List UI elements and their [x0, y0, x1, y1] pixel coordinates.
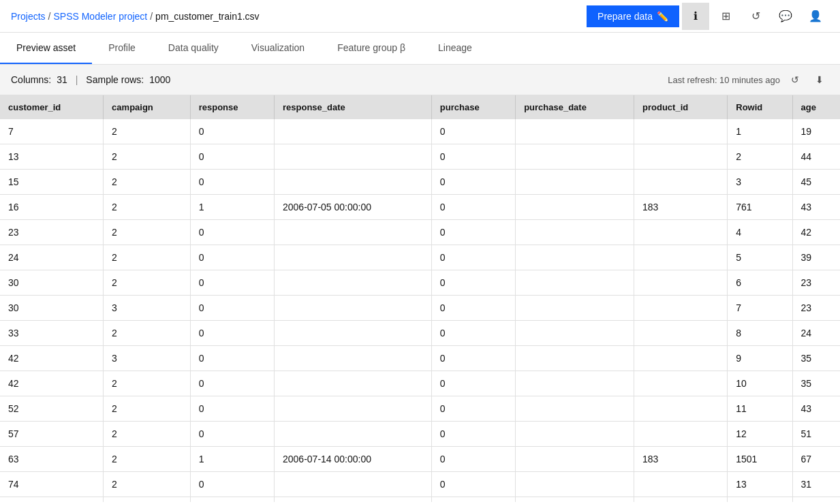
- download-icon: ⬇: [815, 74, 824, 85]
- table-row: 24200539: [0, 245, 840, 270]
- table-cell: 0: [190, 422, 274, 447]
- table-cell: 67: [792, 447, 840, 472]
- tab-lineage[interactable]: Lineage: [422, 33, 488, 64]
- table-cell: 43: [792, 396, 840, 422]
- table-cell: 23: [792, 296, 840, 321]
- history-button[interactable]: ↺: [742, 3, 769, 30]
- table-cell: 74: [0, 472, 104, 497]
- data-table: customer_idcampaignresponseresponse_date…: [0, 95, 840, 502]
- table-cell: 0: [190, 472, 274, 497]
- table-cell: 0: [431, 170, 515, 195]
- data-table-container: customer_idcampaignresponseresponse_date…: [0, 95, 840, 502]
- table-cell: 0: [431, 321, 515, 346]
- table-cell: [275, 119, 432, 144]
- table-cell: [634, 245, 728, 270]
- table-cell: 0: [431, 472, 515, 497]
- table-cell: 0: [190, 119, 274, 144]
- table-cell: 183: [634, 195, 728, 220]
- table-cell: 0: [190, 396, 274, 422]
- table-cell: 0: [431, 220, 515, 245]
- refresh-button[interactable]: ↺: [785, 70, 805, 89]
- table-cell: 761: [728, 195, 792, 220]
- table-cell: 0: [431, 396, 515, 422]
- rows-value: 1000: [149, 74, 170, 85]
- tab-feature-group[interactable]: Feature group β: [321, 33, 422, 64]
- table-cell: [634, 472, 728, 497]
- table-cell: [516, 472, 634, 497]
- tab-data-quality[interactable]: Data quality: [152, 33, 235, 64]
- table-cell: [634, 371, 728, 396]
- download-button[interactable]: ⬇: [810, 70, 829, 89]
- tab-profile[interactable]: Profile: [92, 33, 152, 64]
- table-row: 572001251: [0, 422, 840, 447]
- table-cell: 0: [431, 346, 515, 371]
- refresh-icon: ↺: [791, 74, 799, 85]
- table-cell: 7: [728, 296, 792, 321]
- table-cell: [275, 422, 432, 447]
- table-cell: 7: [0, 119, 104, 144]
- breadcrumb-sep2: /: [150, 11, 153, 22]
- table-cell: 63: [0, 447, 104, 472]
- table-cell: [516, 245, 634, 270]
- table-cell: 0: [431, 422, 515, 447]
- table-cell: [634, 144, 728, 170]
- table-cell: 57: [0, 422, 104, 447]
- table-row: 13200244: [0, 144, 840, 170]
- tab-visualization[interactable]: Visualization: [235, 33, 321, 64]
- table-cell: 33: [0, 321, 104, 346]
- breadcrumb-projects[interactable]: Projects: [11, 11, 46, 22]
- people-button[interactable]: 👤: [802, 3, 829, 30]
- tabs-bar: Preview asset Profile Data quality Visua…: [0, 33, 840, 65]
- table-cell: 24: [792, 321, 840, 346]
- table-cell: [516, 296, 634, 321]
- col-header-age: age: [792, 95, 840, 119]
- table-cell: 1501: [728, 447, 792, 472]
- table-cell: [516, 195, 634, 220]
- table-cell: 44: [792, 144, 840, 170]
- table-cell: 2: [728, 144, 792, 170]
- split-button[interactable]: ⊞: [712, 3, 739, 30]
- table-cell: 9: [728, 346, 792, 371]
- table-cell: 8: [728, 321, 792, 346]
- table-cell: 0: [431, 371, 515, 396]
- table-cell: [275, 220, 432, 245]
- header: Projects / SPSS Modeler project / pm_cus…: [0, 0, 840, 33]
- table-cell: 30: [0, 296, 104, 321]
- table-cell: 2: [104, 195, 191, 220]
- prepare-data-button[interactable]: Prepare data ✏️: [587, 5, 679, 27]
- table-cell: 6: [728, 270, 792, 296]
- table-cell: [275, 371, 432, 396]
- table-cell: 3: [104, 497, 191, 503]
- breadcrumb: Projects / SPSS Modeler project / pm_cus…: [11, 11, 260, 22]
- table-cell: 2: [104, 472, 191, 497]
- rows-label: Sample rows:: [86, 74, 144, 85]
- table-cell: [634, 497, 728, 503]
- table-row: 63212006-07-14 00:00:000183150167: [0, 447, 840, 472]
- breadcrumb-file: pm_customer_train1.csv: [155, 11, 260, 22]
- table-cell: 0: [431, 144, 515, 170]
- table-cell: 74: [0, 497, 104, 503]
- table-cell: [516, 144, 634, 170]
- table-cell: 4: [728, 220, 792, 245]
- table-cell: [516, 220, 634, 245]
- data-toolbar: Columns: 31 | Sample rows: 1000 Last ref…: [0, 65, 840, 95]
- col-header-purchase_date: purchase_date: [516, 95, 634, 119]
- table-row: 422001035: [0, 371, 840, 396]
- breadcrumb-project[interactable]: SPSS Modeler project: [53, 11, 147, 22]
- table-cell: 0: [431, 270, 515, 296]
- table-cell: 1: [190, 447, 274, 472]
- table-cell: [516, 497, 634, 503]
- columns-value: 31: [57, 74, 67, 85]
- col-header-response_date: response_date: [275, 95, 432, 119]
- table-cell: [516, 447, 634, 472]
- table-cell: 2: [104, 447, 191, 472]
- table-cell: 15: [0, 170, 104, 195]
- table-cell: 0: [190, 346, 274, 371]
- tab-preview-asset[interactable]: Preview asset: [0, 33, 92, 64]
- table-cell: 0: [190, 245, 274, 270]
- info-button[interactable]: ℹ: [682, 3, 709, 30]
- history-icon: ↺: [751, 10, 760, 22]
- col-header-campaign: campaign: [104, 95, 191, 119]
- comment-button[interactable]: 💬: [772, 3, 799, 30]
- col-header-response: response: [190, 95, 274, 119]
